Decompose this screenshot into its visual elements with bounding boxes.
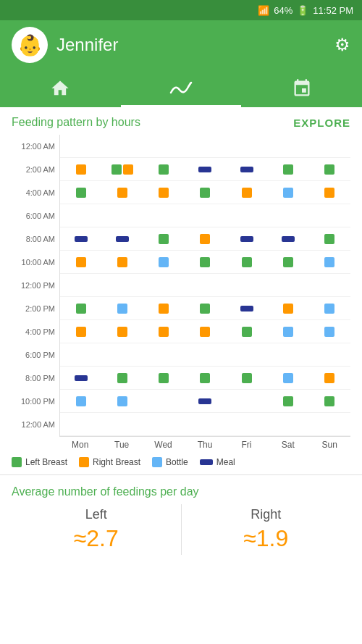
y-label-7: 2:00 PM bbox=[12, 297, 59, 320]
cell-11-1 bbox=[101, 390, 143, 412]
y-label-5: 10:00 AM bbox=[12, 251, 59, 274]
x-label-fri: Fri bbox=[226, 437, 267, 453]
explore-button[interactable]: EXPLORE bbox=[293, 117, 350, 129]
section-divider bbox=[0, 474, 362, 475]
cell-9-6 bbox=[309, 343, 350, 366]
cell-11-2 bbox=[143, 390, 185, 412]
y-label-9: 6:00 PM bbox=[12, 343, 59, 367]
cell-4-5 bbox=[267, 227, 308, 250]
chart-row-8 bbox=[60, 320, 350, 343]
cell-7-5 bbox=[267, 297, 308, 319]
cell-7-2 bbox=[143, 297, 185, 319]
cell-0-6 bbox=[309, 135, 350, 157]
cell-4-0 bbox=[60, 227, 101, 250]
cell-11-0 bbox=[60, 390, 101, 412]
cell-10-5 bbox=[267, 367, 308, 389]
legend-left-breast-icon bbox=[12, 457, 22, 467]
legend-left-breast: Left Breast bbox=[12, 457, 67, 467]
x-label-mon: Mon bbox=[59, 437, 101, 453]
y-label-4: 8:00 AM bbox=[12, 227, 59, 251]
y-label-11: 10:00 PM bbox=[12, 390, 59, 413]
y-label-8: 4:00 PM bbox=[12, 320, 59, 343]
y-label-3: 6:00 AM bbox=[12, 204, 59, 227]
x-label-thu: Thu bbox=[184, 437, 225, 453]
tab-home[interactable] bbox=[0, 70, 121, 107]
cell-2-4 bbox=[226, 181, 267, 204]
avg-right-value: ≈1.9 bbox=[182, 525, 351, 552]
y-label-2: 4:00 AM bbox=[12, 181, 59, 204]
avg-right: Right ≈1.9 bbox=[182, 504, 351, 555]
cell-4-2 bbox=[143, 227, 185, 250]
cell-9-2 bbox=[143, 343, 185, 366]
cell-2-0 bbox=[60, 181, 101, 204]
chart-row-12 bbox=[60, 413, 350, 436]
cell-11-3 bbox=[185, 390, 226, 412]
cell-0-1 bbox=[101, 135, 143, 157]
cell-3-3 bbox=[185, 204, 226, 227]
cell-7-3 bbox=[185, 297, 226, 319]
time-display: 11:52 PM bbox=[313, 5, 353, 16]
cell-1-2 bbox=[143, 158, 185, 180]
avatar-emoji: 👶 bbox=[17, 33, 43, 57]
tab-chart[interactable] bbox=[121, 70, 242, 107]
cell-0-2 bbox=[143, 135, 185, 157]
cell-8-1 bbox=[101, 320, 143, 343]
cell-11-5 bbox=[267, 390, 308, 412]
cell-6-0 bbox=[60, 274, 101, 296]
avg-left-label: Left bbox=[12, 507, 181, 522]
cell-1-6 bbox=[309, 158, 350, 180]
cell-5-5 bbox=[267, 251, 308, 273]
cell-10-4 bbox=[226, 367, 267, 389]
cell-6-4 bbox=[226, 274, 267, 296]
cell-1-4 bbox=[226, 158, 267, 180]
avg-row: Left ≈2.7 Right ≈1.9 bbox=[12, 504, 350, 555]
chart-row-0 bbox=[60, 135, 350, 158]
legend-right-breast: Right Breast bbox=[79, 457, 140, 467]
cell-10-6 bbox=[309, 367, 350, 389]
cell-7-1 bbox=[101, 297, 143, 319]
y-label-6: 12:00 PM bbox=[12, 274, 59, 297]
cell-12-5 bbox=[267, 413, 308, 435]
cell-0-5 bbox=[267, 135, 308, 157]
legend-bottle-label: Bottle bbox=[166, 457, 188, 467]
status-bar: 📶 64% 🔋 11:52 PM bbox=[0, 0, 362, 20]
cell-3-2 bbox=[143, 204, 185, 227]
cell-12-3 bbox=[185, 413, 226, 435]
cell-2-6 bbox=[309, 181, 350, 204]
cell-3-6 bbox=[309, 204, 350, 227]
chart-container: 12:00 AM 2:00 AM 4:00 AM 6:00 AM 8:00 AM… bbox=[12, 135, 350, 437]
cell-10-2 bbox=[143, 367, 185, 389]
legend-meal-icon bbox=[200, 459, 213, 465]
cell-3-1 bbox=[101, 204, 143, 227]
cell-1-5 bbox=[267, 158, 308, 180]
cell-6-6 bbox=[309, 274, 350, 296]
cell-8-3 bbox=[185, 320, 226, 343]
chart-grid bbox=[59, 135, 350, 437]
cell-6-3 bbox=[185, 274, 226, 296]
chart-row-1 bbox=[60, 158, 350, 181]
cell-5-3 bbox=[185, 251, 226, 273]
cell-5-1 bbox=[101, 251, 143, 273]
cell-11-4 bbox=[226, 390, 267, 412]
chart-row-9 bbox=[60, 343, 350, 367]
chart-row-10 bbox=[60, 367, 350, 390]
settings-icon[interactable]: ⚙ bbox=[334, 35, 350, 55]
cell-6-1 bbox=[101, 274, 143, 296]
cell-3-5 bbox=[267, 204, 308, 227]
tab-calendar[interactable] bbox=[241, 70, 362, 107]
cell-10-1 bbox=[101, 367, 143, 389]
cell-7-6 bbox=[309, 297, 350, 319]
cell-4-3 bbox=[185, 227, 226, 250]
cell-9-4 bbox=[226, 343, 267, 366]
cell-4-4 bbox=[226, 227, 267, 250]
cell-9-3 bbox=[185, 343, 226, 366]
cell-0-4 bbox=[226, 135, 267, 157]
chart-row-6 bbox=[60, 274, 350, 297]
y-label-0: 12:00 AM bbox=[12, 135, 59, 158]
main-content: Feeding pattern by hours EXPLORE 12:00 A… bbox=[0, 107, 362, 644]
cell-0-0 bbox=[60, 135, 101, 157]
chart-row-4 bbox=[60, 227, 350, 251]
chart-row-11 bbox=[60, 390, 350, 413]
cell-9-5 bbox=[267, 343, 308, 366]
chart-legend: Left Breast Right Breast Bottle Meal bbox=[0, 453, 362, 472]
